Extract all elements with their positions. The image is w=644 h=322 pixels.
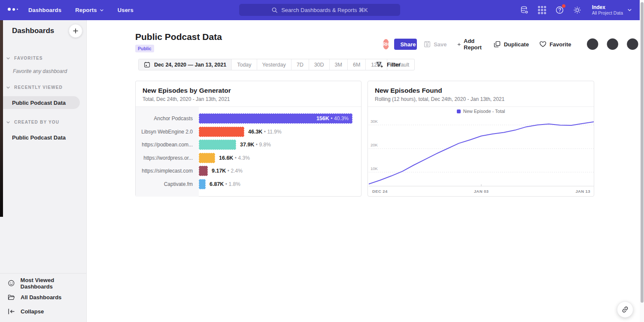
public-badge: Public [135,45,154,52]
footer-item-label: All Dashboards [21,294,61,301]
avatar[interactable]: RH [383,39,389,49]
chevron-down-icon [6,85,10,90]
section-label: RECENTLY VIEWED [14,85,63,90]
date-preset-yesterday[interactable]: Yesterday [257,59,291,70]
date-preset-7d[interactable]: 7D [291,59,309,70]
plus-icon [73,28,79,34]
apps-grid-icon[interactable] [538,6,547,15]
collapse-icon [8,308,15,315]
nav-right: Index All Project Data [520,0,632,20]
bar-category-label: Captivate.fm [136,179,193,189]
footer-item-label: Collapse [21,308,44,315]
bar-row: https://wordpress.or...16.6K • 4.3% [136,153,362,163]
duplicate-button[interactable]: Duplicate [494,41,529,48]
top-nav: DashboardsReportsUsers Search Dashboards… [0,0,644,20]
sidebar: Dashboards FAVORITESFavorite any dashboa… [0,20,87,322]
chevron-down-icon [627,8,632,12]
sidebar-footer-all-dashboards[interactable]: All Dashboards [0,290,86,304]
bar-row: Libsyn WebEngine 2.046.3K • 11.9% [136,127,362,137]
date-range-picker[interactable]: Dec 24, 2020 — Jan 13, 2021 [139,59,231,70]
notification-badge [562,4,565,8]
plus-icon [457,42,461,47]
share-button[interactable]: Share [394,39,417,50]
bar-value-label: 6.87K • 1.8% [210,179,240,189]
legend-label: New Episode - Total [463,109,505,114]
date-preset-today[interactable]: Today [231,59,256,70]
filter-icon [376,61,383,68]
share-link-floating-button[interactable] [617,301,633,318]
x-axis-labels: DEC 24JAN 03JAN 13 [369,189,594,195]
page-title: Public Podcast Data [135,32,222,42]
sidebar-item-public-podcast-data[interactable]: Public Podcast Data [0,131,86,144]
line-plot-area[interactable]: 10K20K30K [369,114,594,186]
screen-artifact-strip [0,20,3,217]
chevron-down-icon [100,8,104,12]
date-range-value: Dec 24, 2020 — Jan 13, 2021 [154,62,226,68]
help-icon[interactable] [555,6,564,15]
chart-legend: New Episode - Total [368,109,594,114]
app-logo-icon[interactable] [8,8,18,11]
date-preset-30d[interactable]: 30D [309,59,329,70]
dashboard-actions: RH Share Save Add Report Duplicate Favor… [383,39,644,50]
sidebar-section-created-by-you[interactable]: CREATED BY YOU [6,120,86,125]
sidebar-section-recently-viewed[interactable]: RECENTLY VIEWED [6,85,86,90]
bar-category-label: https://simplecast.com [136,166,193,176]
more-options-button[interactable] [581,12,644,76]
project-selector[interactable]: Index All Project Data [592,4,632,16]
line-chart-header: New Episodes Found Rolling (12 hours), t… [368,81,594,107]
section-label: FAVORITES [14,56,43,61]
x-axis-tick-label: JAN 13 [575,189,590,194]
sidebar-footer-collapse[interactable]: Collapse [0,304,86,319]
footer-item-label: Most Viewed Dashboards [21,277,86,290]
bar-segment[interactable] [199,140,236,150]
favorite-button[interactable]: Favorite [539,41,571,48]
bar-category-label: https://podbean.com... [136,140,193,150]
share-button-label[interactable]: Share [394,39,417,50]
section-label: CREATED BY YOU [14,120,59,125]
bar-chart-subtitle: Total, Dec 24th, 2020 - Jan 13th, 2021 [143,96,354,102]
date-preset-6m[interactable]: 6M [347,59,365,70]
calendar-icon [144,61,150,68]
bar-row: Captivate.fm6.87K • 1.8% [136,179,362,189]
heart-icon [539,41,547,48]
bar-segment[interactable] [199,166,208,176]
nav-item-users[interactable]: Users [118,7,134,13]
bar-value-label: 16.6K • 4.3% [219,153,250,163]
folder-icon [8,294,15,301]
scrollbar-track[interactable] [640,0,644,322]
sidebar-item-public-podcast-data[interactable]: Public Podcast Data [0,96,80,109]
svg-text:20K: 20K [371,143,378,147]
bar-segment[interactable] [199,127,244,137]
svg-text:10K: 10K [371,166,378,171]
add-report-button[interactable]: Add Report [457,38,484,51]
sidebar-section-favorites[interactable]: FAVORITES [6,56,86,61]
chevron-down-icon [6,120,10,125]
search-icon [271,7,278,13]
bar-row: https://podbean.com...37.9K • 9.8% [136,140,362,150]
bar-chart-card: New Episodes by Generator Total, Dec 24t… [135,81,361,197]
data-source-icon[interactable] [520,6,529,15]
add-dashboard-button[interactable] [69,24,82,38]
search-input[interactable]: Search Dashboards & Reports ⌘K [239,4,400,16]
line-series [369,122,594,184]
legend-swatch [457,109,461,113]
nav-item-label: Users [118,7,134,13]
sidebar-footer-most-viewed-dashboards[interactable]: Most Viewed Dashboards [0,276,86,290]
scrollbar-thumb[interactable] [641,2,644,303]
save-button[interactable]: Save [424,41,447,48]
bar-segment[interactable] [199,153,215,163]
filter-button[interactable]: Filter [376,59,401,70]
bar-category-label: https://wordpress.or... [136,153,193,163]
settings-icon[interactable] [573,6,582,15]
bar-segment[interactable] [199,179,206,189]
nav-item-dashboards[interactable]: Dashboards [28,7,61,13]
bar-value-label: 46.3K • 11.9% [248,127,282,137]
link-icon [621,306,629,313]
sidebar-title: Dashboards [12,27,54,35]
line-chart-subtitle: Rolling (12 hours), total, Dec 24th, 202… [375,96,587,102]
bar-category-label: Libsyn WebEngine 2.0 [136,127,193,137]
nav-item-label: Dashboards [28,7,61,13]
nav-item-reports[interactable]: Reports [75,7,104,13]
sidebar-item-label: Public Podcast Data [12,134,66,141]
date-preset-3m[interactable]: 3M [329,59,347,70]
